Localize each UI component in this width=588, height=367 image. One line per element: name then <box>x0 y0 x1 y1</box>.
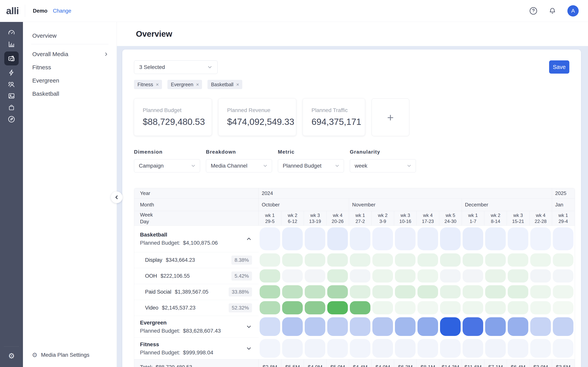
month-cell: October <box>259 199 349 211</box>
save-button[interactable]: Save <box>549 60 569 74</box>
bar-chart-icon[interactable] <box>4 39 19 50</box>
heatmap-cell-slot <box>304 252 326 268</box>
granularity-select[interactable]: week <box>350 159 416 172</box>
heatmap-cell <box>372 269 393 283</box>
tag-basketball[interactable]: Basketball × <box>208 80 242 89</box>
sidebar-item-evergreen[interactable]: Evergreen <box>23 75 117 86</box>
metric-filter: Metric Planned Budget <box>278 149 344 172</box>
heatmap-cell <box>395 317 415 336</box>
month-header-row: Month OctoberNovemberDecemberJan <box>134 199 575 211</box>
group-budget-value: $999,998.04 <box>183 350 213 356</box>
shopping-bag-icon[interactable] <box>4 102 19 113</box>
week-number: wk 3 <box>401 212 410 218</box>
week-days: 24-30 <box>444 218 456 224</box>
media-plan-settings-label: Media Plan Settings <box>41 352 89 358</box>
heatmap-cell-slot <box>529 268 552 284</box>
breakdown-select[interactable]: Media Channel <box>206 159 272 172</box>
heatmap-row-cells <box>259 252 574 268</box>
metric-select[interactable]: Planned Budget <box>278 159 344 172</box>
heatmap-cell-slot <box>529 316 552 337</box>
heatmap-cell-slot <box>462 316 484 337</box>
media-plan-settings-button[interactable]: ⚙ Media Plan Settings <box>23 351 117 367</box>
heatmap-cell-slot <box>394 316 416 337</box>
compass-icon[interactable] <box>4 114 19 125</box>
tag-fitness[interactable]: Fitness × <box>134 80 162 89</box>
heatmap-cell <box>305 269 325 283</box>
heatmap-cell-slot <box>507 337 529 359</box>
heatmap-cell <box>530 301 551 314</box>
speedometer-icon[interactable] <box>4 27 19 38</box>
tag-close-icon[interactable]: × <box>156 82 159 88</box>
sidebar-item-overview[interactable]: Overview <box>23 30 117 41</box>
heatmap-cell <box>553 269 573 283</box>
sidebar-item-basketball[interactable]: Basketball <box>23 88 117 100</box>
chevron-down-icon <box>246 324 252 330</box>
filter-label: Metric <box>278 149 344 155</box>
heatmap-cell <box>350 317 371 336</box>
heatmap-cell-slot <box>349 268 372 284</box>
heatmap-cell-slot <box>439 226 462 252</box>
heatmap-cell <box>530 285 551 299</box>
overview-card: 3 Selected Save Fitness × Evergreen × <box>122 50 581 367</box>
heatmap-cell-slot <box>326 300 349 316</box>
heatmap-cell <box>530 317 551 336</box>
help-icon[interactable] <box>529 7 537 15</box>
sidebar-item-label: Evergreen <box>32 77 59 84</box>
heatmap-cell-slot <box>552 337 574 359</box>
tag-close-icon[interactable]: × <box>236 82 239 88</box>
week-row-label: Week Day <box>134 211 259 225</box>
heatmap-cell <box>395 253 415 267</box>
sidebar-item-label: Overall Media <box>32 51 68 58</box>
lightning-icon[interactable] <box>4 67 19 78</box>
sidebar-item-fitness[interactable]: Fitness <box>23 62 117 73</box>
heatmap-cell-slot <box>552 316 574 337</box>
heatmap-cell <box>485 269 506 283</box>
week-cell: wk 129-4 <box>552 211 574 225</box>
notifications-bell-icon[interactable] <box>548 7 556 15</box>
media-plan-icon[interactable] <box>4 51 19 66</box>
sidebar-collapse-button[interactable] <box>111 192 122 203</box>
add-metric-card-button[interactable]: + <box>372 99 409 136</box>
year-header-row: Year 20242025 <box>134 188 575 199</box>
group-row-fitness: FitnessPlanned Budget:$999,998.04 <box>134 337 575 359</box>
heatmap-cell-slot <box>552 268 574 284</box>
user-avatar[interactable]: A <box>567 5 579 17</box>
channel-label-text: OOH$222,106.55 <box>145 273 190 279</box>
heatmap-cell-slot <box>326 268 349 284</box>
week-label: Week <box>140 211 153 218</box>
sidebar-item-overall-media[interactable]: Overall Media <box>23 49 117 60</box>
total-cell: $7.1M <box>484 359 507 367</box>
change-workspace-link[interactable]: Change <box>53 8 71 14</box>
heatmap-cell <box>485 301 506 314</box>
week-number: wk 2 <box>288 212 297 218</box>
heatmap-cell <box>282 339 303 358</box>
tag-evergreen[interactable]: Evergreen × <box>167 80 202 89</box>
campaigns-select[interactable]: 3 Selected <box>134 60 217 74</box>
heatmap-row-cells <box>259 300 574 316</box>
image-icon[interactable] <box>4 90 19 101</box>
tag-close-icon[interactable]: × <box>196 82 199 88</box>
topbar-actions: A <box>529 5 579 17</box>
breakdown-select-value: Media Channel <box>211 163 247 169</box>
audience-icon[interactable] <box>4 79 19 90</box>
week-days: 13-19 <box>309 218 321 224</box>
week-number: wk 4 <box>333 212 342 218</box>
week-days: 17-23 <box>422 218 434 224</box>
heatmap-cell <box>372 227 393 250</box>
week-cell: wk 422-28 <box>529 211 552 225</box>
heatmap-cell-slot <box>507 316 529 337</box>
dimension-select[interactable]: Campaign <box>134 159 200 172</box>
group-expand-button[interactable] <box>246 324 252 330</box>
group-row-basketball: BasketballPlanned Budget:$4,100,875.06 <box>134 226 575 252</box>
week-number: wk 1 <box>265 212 275 218</box>
heatmap-cell <box>417 301 438 314</box>
heatmap-cell <box>350 253 371 267</box>
group-label-cell: EvergreenPlanned Budget:$83,628,607.43 <box>134 316 259 337</box>
group-collapse-button[interactable] <box>246 236 252 242</box>
sidebar-item-label: Fitness <box>32 64 51 71</box>
group-expand-button[interactable] <box>246 345 252 352</box>
week-number: wk 4 <box>423 212 433 218</box>
heatmap-cell <box>463 317 483 336</box>
week-cell: wk 524-30 <box>439 211 462 225</box>
settings-gear-icon[interactable]: ⚙ <box>8 352 15 360</box>
